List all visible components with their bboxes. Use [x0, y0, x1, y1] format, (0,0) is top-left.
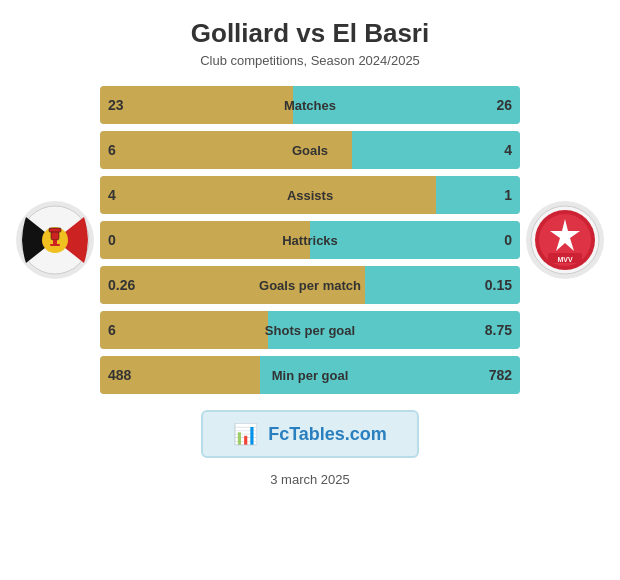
svg-text:MVV: MVV: [557, 256, 573, 263]
stat-row: 0Hattricks0: [100, 221, 520, 259]
stat-row: 4Assists1: [100, 176, 520, 214]
right-logo-circle: MVV: [526, 201, 604, 279]
stat-row: 0.26Goals per match0.15: [100, 266, 520, 304]
match-subtitle: Club competitions, Season 2024/2025: [200, 53, 420, 68]
stats-rows: 23Matches266Goals44Assists10Hattricks00.…: [100, 86, 520, 394]
svg-rect-5: [50, 244, 60, 246]
stat-label: Shots per goal: [265, 323, 355, 338]
fctables-icon: 📊: [233, 422, 258, 446]
stat-row: 23Matches26: [100, 86, 520, 124]
left-value: 488: [100, 356, 260, 394]
stat-label: Goals per match: [259, 278, 361, 293]
stat-label: Min per goal: [272, 368, 349, 383]
stat-row: 488Min per goal782: [100, 356, 520, 394]
stat-row: 6Goals4: [100, 131, 520, 169]
left-team-logo: [10, 201, 100, 279]
main-container: Golliard vs El Basri Club competitions, …: [0, 0, 620, 580]
svg-rect-4: [53, 240, 57, 244]
right-value: 0: [310, 221, 520, 259]
fctables-text: FcTables.com: [268, 424, 387, 445]
right-value: 0.15: [365, 266, 520, 304]
right-value: 4: [352, 131, 520, 169]
left-value: 0: [100, 221, 310, 259]
svg-rect-3: [49, 228, 61, 232]
fctables-banner: 📊 FcTables.com: [201, 410, 419, 458]
right-team-emblem: MVV: [530, 205, 600, 275]
stat-label: Assists: [287, 188, 333, 203]
left-logo-circle: [16, 201, 94, 279]
stat-label: Hattricks: [282, 233, 338, 248]
date-footer: 3 march 2025: [270, 472, 350, 487]
right-value: 1: [436, 176, 520, 214]
match-title: Golliard vs El Basri: [191, 18, 429, 49]
stat-row: 6Shots per goal8.75: [100, 311, 520, 349]
stat-label: Goals: [292, 143, 328, 158]
right-team-logo: MVV: [520, 201, 610, 279]
left-team-emblem: [20, 205, 90, 275]
left-value: 4: [100, 176, 436, 214]
comparison-area: 23Matches266Goals44Assists10Hattricks00.…: [10, 86, 610, 394]
left-value: 6: [100, 311, 268, 349]
left-value: 23: [100, 86, 293, 124]
stat-label: Matches: [284, 98, 336, 113]
